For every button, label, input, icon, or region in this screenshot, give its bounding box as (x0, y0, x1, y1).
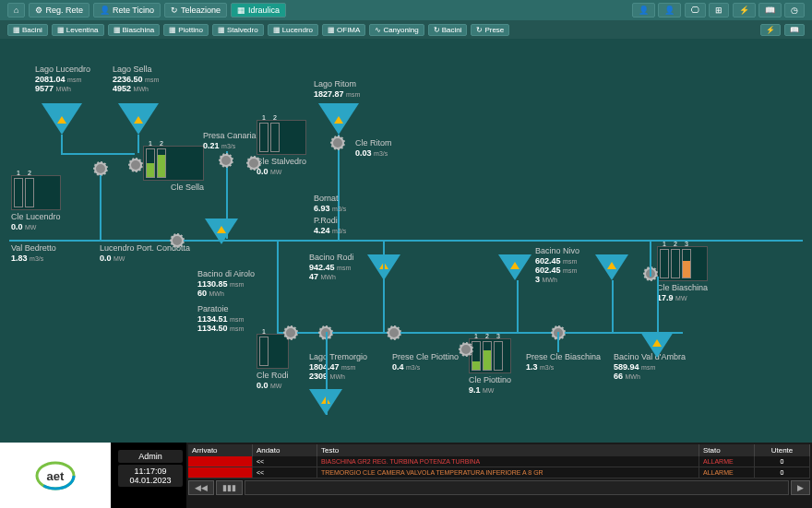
node-label: Lago Lucendro (35, 65, 90, 74)
svg-text:aet: aet (47, 469, 65, 483)
gear-icon[interactable] (247, 157, 260, 170)
admin-badge[interactable]: Admin (118, 450, 183, 463)
biaschina-button[interactable]: ▦Biaschina (108, 24, 161, 36)
monitor-button[interactable]: 🖵 (685, 3, 706, 18)
hydraulic-diagram: Lago Lucendro 2081.04 msm 9577 MWh Lago … (0, 39, 812, 443)
gear-icon[interactable] (460, 343, 472, 356)
valve-icon[interactable] (640, 332, 674, 358)
main-toolbar: ⌂ ⚙Reg. Rete 👤Rete Ticino ↻Teleazione ▦I… (0, 0, 812, 20)
rewind-button[interactable]: ◀◀ (188, 480, 214, 495)
prese-button[interactable]: ↻Prese (471, 24, 509, 36)
alarm-row[interactable]: << BIASCHINA GR2 REG. TURBINA POTENZA TU… (188, 456, 810, 467)
logo-panel: aet (0, 443, 111, 508)
leventina-button[interactable]: ▦Leventina (52, 24, 104, 36)
aet-logo: aet (28, 457, 83, 494)
scrollbar[interactable] (245, 480, 789, 495)
book2-button[interactable]: 📖 (784, 24, 805, 36)
gauge-button[interactable]: ◷ (784, 3, 805, 18)
gear-icon[interactable] (331, 136, 344, 149)
gear-icon[interactable] (284, 326, 297, 339)
stalvedro-button[interactable]: ▦Stalvedro (212, 24, 264, 36)
gear-icon[interactable] (388, 326, 400, 339)
user2-button[interactable]: 👤 (658, 3, 681, 18)
bacini2-button[interactable]: ↻Bacini (428, 24, 468, 36)
gear-icon[interactable] (94, 162, 107, 175)
book-button[interactable]: 📖 (758, 3, 782, 18)
footer: aet Admin 11:17:09 04.01.2023 Arrivato A… (0, 443, 812, 508)
cle-sella-node[interactable]: 1 2 Cle Sella (143, 146, 204, 193)
cle-rodi-node[interactable]: 1 Cle Rodi 0.0 MW (257, 334, 289, 390)
valve-icon[interactable] (118, 103, 159, 135)
cle-stalvedro-node[interactable]: 12 Cle Stalvedro 0.0 MW (257, 120, 306, 176)
bacini-button[interactable]: ▦Bacini (7, 24, 48, 36)
valve-icon[interactable] (595, 254, 628, 280)
rete-ticino-button[interactable]: 👤Rete Ticino (93, 3, 161, 18)
paratoie-node[interactable]: Paratoie 1134.51 msm 1134.50 msm (197, 304, 244, 333)
valve-icon[interactable] (318, 103, 359, 135)
alert-button[interactable]: ⚡ (733, 3, 756, 18)
user1-button[interactable]: 👤 (632, 3, 655, 18)
alarm-controls: ◀◀ ▮▮▮ ▶ (188, 480, 810, 495)
time-badge: 11:17:09 04.01.2023 (118, 465, 183, 487)
lago-sella-node[interactable]: Lago Sella 2236.50 msm 4952 MWh (113, 65, 159, 93)
teleazione-button[interactable]: ↻Teleazione (164, 3, 227, 18)
cle-biaschina-node[interactable]: 1 2 3 Cle Biaschina 17.9 MW (657, 246, 708, 302)
bacino-rodi-node[interactable]: Bacino Rodi 942.45 msm 47 MWh (309, 253, 354, 281)
cle-piottino-node[interactable]: 1 2 3 Cle Piottino 9.1 MW (469, 338, 511, 395)
ofima-button[interactable]: ▦OFIMA (322, 24, 365, 36)
prese-cle-piottino-node[interactable]: Prese Cle Piottino 0.4 m3/s (392, 352, 459, 372)
valve-icon[interactable] (205, 219, 238, 244)
idraulica-button[interactable]: ▦Idraulica (231, 3, 286, 18)
sub-toolbar: ▦Bacini ▦Leventina ▦Biaschina ▦Piottino … (0, 20, 812, 39)
lago-lucendro-node[interactable]: Lago Lucendro 2081.04 msm 9577 MWh (35, 65, 90, 93)
bacino-airolo-node[interactable]: Bacino di Airolo 1130.85 msm 60 MWh (197, 269, 255, 298)
lago-tremorgio-node[interactable]: Lago Tremorgio 1804.47 msm 2309 MWh (309, 352, 367, 381)
settings-button[interactable]: ⊞ (709, 3, 729, 18)
reg-rete-button[interactable]: ⚙Reg. Rete (29, 3, 90, 18)
bacino-nivo-node[interactable]: Bacino Nivo 602.45 msm 602.45 msm 3 MWh (535, 246, 579, 284)
home-button[interactable]: ⌂ (7, 3, 25, 18)
gear-icon[interactable] (129, 159, 142, 171)
valve-icon[interactable] (498, 254, 531, 280)
gear-icon[interactable] (220, 154, 233, 167)
alarm-panel: Arrivato Andato Testo Stato Utente << BI… (186, 443, 812, 508)
presa-canaria-node[interactable]: Presa Canaria 0.21 m3/s (203, 131, 257, 150)
gear-icon[interactable] (171, 234, 184, 247)
val-bedretto-node[interactable]: Val Bedretto 1.83 m3/s (11, 243, 56, 263)
lago-ritom-node[interactable]: Lago Ritom 1827.87 msm (314, 79, 360, 99)
bars-button[interactable]: ▮▮▮ (216, 480, 243, 495)
spark-button[interactable]: ⚡ (760, 24, 781, 36)
bars: 1 2 (143, 146, 204, 181)
play-button[interactable]: ▶ (791, 480, 810, 495)
prodi-node[interactable]: P.Rodi 4.24 m3/s (314, 216, 346, 235)
alarm-row[interactable]: << TREMORGIO CLE CAMERA VALVOLA TEMPERAT… (188, 467, 810, 478)
prese-cle-biaschina-node[interactable]: Prese Cle Biaschina 1.3 m3/s (526, 352, 601, 372)
alarm-header: Arrivato Andato Testo Stato Utente (188, 444, 810, 456)
bornat-node[interactable]: Bornat 6.93 m3/s (314, 194, 346, 213)
canyoning-button[interactable]: ∿Canyoning (369, 24, 424, 36)
valve-icon[interactable] (42, 103, 82, 135)
cle-ritom-node[interactable]: Cle Ritom 0.03 m3/s (355, 138, 392, 158)
lucendro-button[interactable]: ▦Lucendro (268, 24, 318, 36)
piottino-button[interactable]: ▦Piottino (163, 24, 209, 36)
cle-lucendro-node[interactable]: 12 Cle Lucendro 0.0 MW (11, 175, 61, 231)
